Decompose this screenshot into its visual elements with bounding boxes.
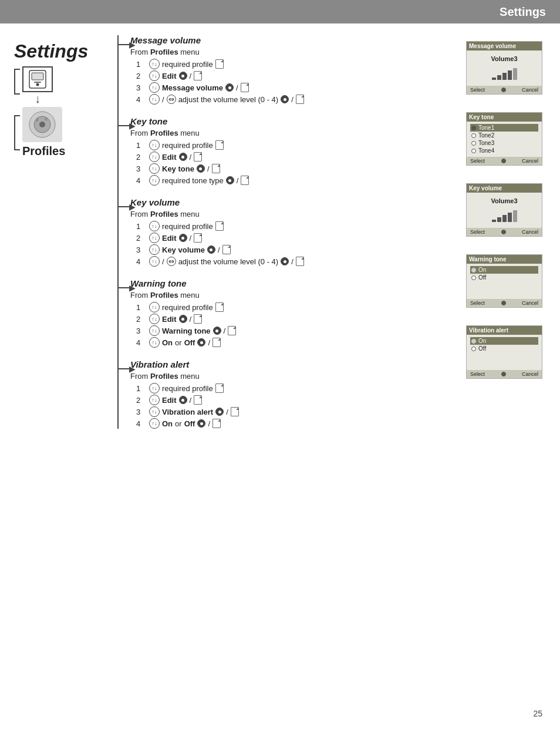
- nav-circle-1-2: ↑↓: [149, 70, 160, 81]
- down-arrow-icon: ↓: [22, 92, 53, 106]
- nav-circle-2-2: ↑↓: [149, 152, 160, 162]
- section-arrow-2: ▶: [117, 121, 136, 130]
- svg-rect-1: [32, 73, 43, 80]
- step-1-2: 2 ↑↓ Edit /: [136, 70, 460, 81]
- screenshot-header-4: Warning tone: [467, 255, 542, 264]
- radio-tone-4: [471, 149, 476, 153]
- section-title-warning-tone: Warning tone: [119, 278, 460, 288]
- nav-circle-4-1: ↑↓: [149, 302, 160, 312]
- select-dot-2-3: [197, 164, 205, 173]
- section-from-5: From Profiles menu: [119, 372, 460, 381]
- doc-icon-4-1: [215, 302, 224, 312]
- nav-circle-5-3: ↑↓: [149, 406, 160, 417]
- step-list-3: 1 ↑↓ required profile 2 ↑↓ Edit /: [119, 221, 460, 267]
- screenshot-body-4: On Off: [467, 264, 542, 299]
- nav-circle-3-1: ↑↓: [149, 221, 160, 231]
- footer-select-5: Select: [470, 371, 485, 377]
- doc-icon-3-4: [296, 257, 304, 266]
- vol-bar-3-4: [508, 213, 512, 222]
- section-message-volume: ▶ Message volume From Profiles menu 1 ↑↓…: [119, 35, 460, 105]
- section-key-tone: ▶ Key tone From Profiles menu 1 ↑↓ requi…: [119, 116, 460, 186]
- doc-icon-3-1: [215, 221, 224, 231]
- vol-bar-5: [513, 68, 517, 80]
- svg-point-2: [36, 83, 39, 86]
- screenshot-footer-1: Select Cancel: [467, 86, 542, 94]
- nav-circle-5-1: ↑↓: [149, 383, 160, 393]
- radio-off-4: [471, 275, 476, 280]
- select-dot-5-3: [215, 408, 224, 416]
- doc-icon-5-3: [231, 407, 239, 416]
- right-screenshots: Message volume Volume3 Select Cancel Key…: [466, 35, 560, 440]
- doc-icon-4-3: [228, 326, 236, 335]
- vol-bar-3-1: [492, 220, 496, 222]
- step-4-2: 2 ↑↓ Edit /: [136, 314, 460, 324]
- nav-circle-5-2: ↑↓: [149, 395, 160, 405]
- step-2-3: 3 ↑↓ Key tone /: [136, 163, 460, 174]
- main-content: Settings ↓: [0, 23, 560, 452]
- step-3-4: 4 ↑↓ / ⇔ adjust the volume level (0 - 4)…: [136, 256, 460, 267]
- screenshot-footer-4: Select Cancel: [467, 299, 542, 307]
- section-arrow-1: ▶: [117, 40, 136, 49]
- vol-bar-3-3: [502, 215, 507, 222]
- select-dot-4-2: [179, 315, 187, 323]
- sidebar-settings-title: Settings: [14, 41, 106, 62]
- section-title-key-tone: Key tone: [119, 116, 460, 126]
- footer-cancel-2: Cancel: [522, 158, 538, 164]
- screenshot-body-3: Volume3: [467, 193, 542, 228]
- select-dot-5-2: [179, 396, 187, 404]
- vol-bar-3: [502, 73, 507, 80]
- section-arrow-3: ▶: [117, 202, 136, 211]
- select-dot-3-2: [179, 234, 187, 242]
- radio-tone-3: [471, 141, 476, 146]
- step-5-3: 3 ↑↓ Vibration alert /: [136, 406, 460, 417]
- step-1-4: 4 ↑↓ / ⇔ adjust the volume level (0 - 4)…: [136, 94, 460, 105]
- section-title-key-volume: Key volume: [119, 197, 460, 207]
- footer-select-2: Select: [470, 158, 485, 164]
- doc-icon-1-3: [241, 83, 249, 92]
- onoff-off-5: Off: [470, 345, 538, 352]
- section-title-message-volume: Message volume: [119, 35, 460, 45]
- doc-icon-4-2: [194, 314, 202, 324]
- tone-item-4: Tone4: [470, 147, 538, 154]
- select-dot-3-3: [207, 245, 215, 254]
- section-from-2: From Profiles menu: [119, 129, 460, 137]
- doc-icon-5-1: [215, 383, 224, 393]
- nav-circle-1-4a: ↑↓: [149, 94, 160, 105]
- step-1-1: 1 ↑↓ required profile: [136, 59, 460, 69]
- nav-circle-4-3: ↑↓: [149, 325, 160, 336]
- footer-dot-5: [501, 372, 506, 376]
- step-2-2: 2 ↑↓ Edit /: [136, 152, 460, 162]
- screenshot-header-5: Vibration alert: [467, 326, 542, 335]
- doc-icon-4-4: [212, 338, 221, 347]
- vol-label-1: Volume3: [470, 55, 538, 62]
- svg-rect-3: [34, 82, 41, 83]
- profiles-music-icon: ♪ ♫: [28, 110, 57, 139]
- phone-icon: [27, 69, 48, 89]
- tone-item-1: Tone1: [470, 124, 538, 132]
- screenshot-body-5: On Off: [467, 335, 542, 370]
- footer-select-3: Select: [470, 229, 485, 235]
- screenshot-body-1: Volume3: [467, 51, 542, 86]
- step-3-3: 3 ↑↓ Key volume /: [136, 244, 460, 255]
- step-2-1: 1 ↑↓ required profile: [136, 140, 460, 150]
- footer-cancel-5: Cancel: [522, 371, 538, 377]
- doc-icon-1-4: [296, 95, 304, 104]
- section-vibration-alert: ▶ Vibration alert From Profiles menu 1 ↑…: [119, 359, 460, 429]
- step-3-2: 2 ↑↓ Edit /: [136, 233, 460, 243]
- vol-bar-1: [492, 78, 496, 80]
- nav-circle-4-2: ↑↓: [149, 314, 160, 324]
- screenshot-body-2: Tone1 Tone2 Tone3 Tone4: [467, 122, 542, 157]
- vol-bar-2: [497, 75, 501, 80]
- nav-circle-4-4: ↑↓: [149, 337, 160, 348]
- tone-item-3: Tone3: [470, 139, 538, 147]
- header-title: Settings: [500, 5, 546, 19]
- nav-circle-3-4a: ↑↓: [149, 256, 160, 267]
- section-from-4: From Profiles menu: [119, 291, 460, 300]
- doc-icon-1-1: [215, 59, 224, 69]
- section-title-vibration-alert: Vibration alert: [119, 359, 460, 369]
- vol-label-3: Volume3: [470, 197, 538, 204]
- screenshot-vibration-alert: Vibration alert On Off Select Cancel: [466, 325, 542, 379]
- doc-icon-5-2: [194, 395, 202, 405]
- screenshot-footer-5: Select Cancel: [467, 370, 542, 378]
- section-key-volume: ▶ Key volume From Profiles menu 1 ↑↓ req…: [119, 197, 460, 267]
